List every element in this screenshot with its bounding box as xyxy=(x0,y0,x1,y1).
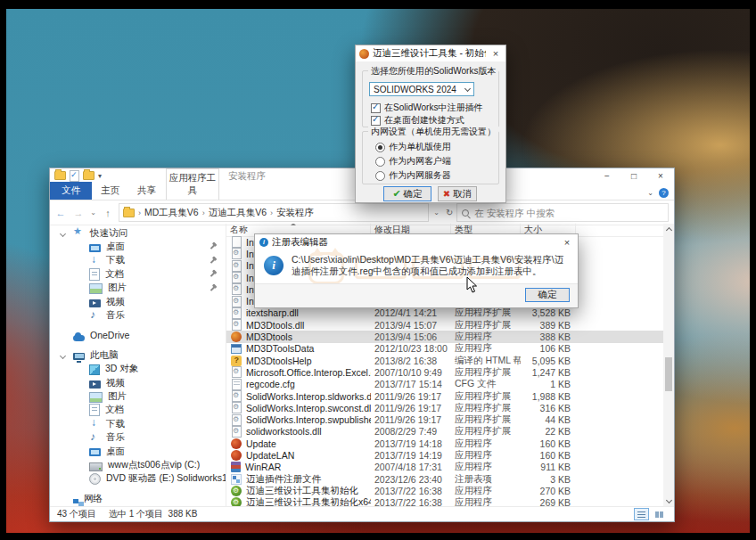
table-row[interactable]: SolidWorks.Interop.swconst.dll 2011/9/26… xyxy=(226,402,663,413)
sidebar-item[interactable]: 3D 对象 xyxy=(50,363,226,376)
desktop-shortcut-option[interactable]: 在桌面创建快捷方式 xyxy=(371,114,464,127)
table-row[interactable]: SolidWorks.Interop.swpublished.dll 2011/… xyxy=(226,413,663,425)
radio-icon[interactable] xyxy=(375,157,385,167)
breadcrumb-item[interactable]: MD工具集V6 xyxy=(144,207,199,219)
details-view-button[interactable] xyxy=(634,508,649,520)
address-bar[interactable]: › MD工具集V6 › 迈迪工具集V6 › 安装程序 xyxy=(119,203,429,222)
info-icon: i xyxy=(259,238,268,247)
table-row[interactable]: UpdateLAN 2013/7/19 14:19 应用程序 160 KB xyxy=(226,449,663,461)
qat-chevron-down-icon[interactable]: ▾ xyxy=(98,172,102,180)
table-row[interactable]: 迈迪三维设计工具集初始化 2013/7/22 16:38 应用程序 270 KB xyxy=(226,485,663,496)
up-button[interactable]: ↑ xyxy=(101,208,115,218)
file-name: SolidWorks.Interop.swconst.dll xyxy=(246,403,371,413)
radio-icon[interactable] xyxy=(375,171,385,181)
file-icon xyxy=(232,236,242,248)
maximize-button[interactable]: □ xyxy=(620,168,647,183)
sidebar-item[interactable]: 此电脑 xyxy=(50,348,226,362)
sidebar-item[interactable]: 音乐 xyxy=(50,430,226,444)
sidebar-item[interactable]: 文档 xyxy=(50,404,226,417)
registry-ok-button[interactable]: 确定 xyxy=(525,288,570,302)
table-row[interactable]: WinRAR 2007/4/18 17:31 应用程序 911 KB xyxy=(226,462,663,473)
breadcrumb-item[interactable]: 迈迪工具集V6 xyxy=(209,207,267,219)
solidworks-version-select[interactable]: SOLIDWORKS 2024 xyxy=(369,82,474,96)
table-row[interactable]: SolidWorks.Interop.sldworks.dll 2011/9/2… xyxy=(226,390,663,402)
registry-dialog-titlebar[interactable]: i 注册表编辑器 × xyxy=(255,234,578,250)
sidebar-item[interactable]: www点ts006点vip (C:) xyxy=(50,458,226,471)
init-ok-button[interactable]: ✔ 确定 xyxy=(383,186,431,201)
table-row[interactable]: itextsharp.dll 2012/4/1 14:21 应用程序扩展 3,5… xyxy=(226,307,663,319)
file-size: 316 KB xyxy=(521,403,576,413)
sidebar-item[interactable]: 音乐 xyxy=(50,308,226,322)
sidebar-item[interactable]: DVD 驱动器 (E:) Solidworks1 xyxy=(50,472,226,486)
vertical-scrollbar[interactable] xyxy=(663,224,674,507)
table-row[interactable]: 迈迪插件注册文件 2023/12/6 23:40 注册表项 3 KB xyxy=(226,473,663,485)
tab-home[interactable]: 主页 xyxy=(92,183,128,200)
init-dialog-close-icon[interactable]: × xyxy=(489,48,502,59)
help-icon[interactable]: ? xyxy=(659,188,669,198)
table-row[interactable]: MD3Dtools.dll 2013/9/4 15:07 应用程序扩展 389 … xyxy=(226,319,663,331)
thumbnails-view-button[interactable] xyxy=(652,508,667,520)
sidebar-item[interactable]: 快速访问 xyxy=(50,226,226,240)
registry-dialog-footer: 确定 xyxy=(255,283,578,307)
sidebar-item[interactable]: 图片 xyxy=(50,389,226,403)
tab-application-tools[interactable]: 应用程序工具 xyxy=(166,168,219,200)
sidebar-item[interactable]: 视频 xyxy=(50,295,226,308)
search-input[interactable] xyxy=(472,207,663,219)
scroll-up-icon[interactable] xyxy=(663,224,674,234)
table-row[interactable]: MD3DtoolsHelp 2013/8/2 16:38 编译的 HTML 帮.… xyxy=(226,355,663,366)
sidebar-item[interactable]: 网络 xyxy=(50,492,226,505)
file-date: 2007/4/18 17:31 xyxy=(371,462,451,472)
tab-file[interactable]: 文件 xyxy=(50,182,92,200)
chevron-down-icon[interactable] xyxy=(60,231,66,237)
breadcrumb-item[interactable]: 安装程序 xyxy=(276,207,314,219)
file-size: 106 KB xyxy=(521,343,576,354)
back-button[interactable]: ← xyxy=(53,208,68,218)
sidebar-item[interactable]: 下载 xyxy=(50,254,226,267)
status-bar: 43 个项目 选中 1 个项目 388 KB xyxy=(50,506,674,521)
new-folder-icon[interactable] xyxy=(83,171,94,180)
checkbox-checked-icon[interactable] xyxy=(371,116,381,126)
minimize-button[interactable]: − xyxy=(594,168,620,183)
ribbon-collapse-icon[interactable]: ⌄ xyxy=(647,189,653,197)
sidebar-item[interactable]: 桌面 xyxy=(50,445,226,458)
file-type: 应用程序 xyxy=(451,461,521,473)
table-row[interactable]: solidworkstools.dll 2008/2/29 7:49 应用程序扩… xyxy=(226,426,663,438)
sidebar-item[interactable]: 视频 xyxy=(50,376,226,389)
recent-locations-chevron-icon[interactable]: ⌄ xyxy=(89,209,97,217)
standalone-option[interactable]: 作为单机版使用 xyxy=(375,141,451,153)
sidebar-item-icon xyxy=(89,448,101,456)
sidebar-item[interactable]: 下载 xyxy=(50,417,226,430)
address-dropdown-icon[interactable]: ⌄ xyxy=(432,209,440,217)
table-row[interactable]: MD3DToolsData 2012/10/23 18:00 应用程序 106 … xyxy=(226,343,663,355)
registry-dialog-close-icon[interactable]: × xyxy=(561,237,573,248)
table-row[interactable]: regcode.cfg 2013/7/17 15:14 CFG 文件 1 KB xyxy=(226,379,663,390)
sidebar-item[interactable]: 桌面 xyxy=(50,240,226,253)
scrollbar-thumb[interactable] xyxy=(665,357,672,391)
table-row[interactable]: Update 2013/7/19 14:18 应用程序 160 KB xyxy=(226,438,663,449)
checkbox-checked-icon[interactable] xyxy=(371,103,381,113)
radio-selected-icon[interactable] xyxy=(375,143,385,152)
forward-button[interactable]: → xyxy=(71,208,86,218)
register-plugin-option[interactable]: 在SolidWorks中注册插件 xyxy=(371,102,482,114)
intranet-server-option[interactable]: 作为内网服务器 xyxy=(375,169,451,182)
chevron-down-icon[interactable] xyxy=(60,353,66,359)
intranet-client-option[interactable]: 作为内网客户端 xyxy=(375,155,451,168)
init-dialog-titlebar[interactable]: 迈迪三维设计工具集 - 初始化 × xyxy=(356,45,505,61)
sidebar-item[interactable]: OneDrive xyxy=(50,329,226,342)
navigation-pane: 快速访问 桌面 下载 文档 xyxy=(50,224,226,507)
properties-icon[interactable] xyxy=(70,170,79,182)
sidebar-item-icon xyxy=(73,335,85,341)
table-row[interactable]: Microsoft.Office.Interop.Excel.dll 2007/… xyxy=(226,366,663,378)
sidebar-item[interactable]: 文档 xyxy=(50,267,226,281)
search-box[interactable] xyxy=(456,203,669,222)
close-button[interactable]: × xyxy=(647,168,674,183)
sidebar-item[interactable]: 图片 xyxy=(50,282,226,295)
file-type: 应用程序扩展 xyxy=(451,413,521,426)
init-cancel-button[interactable]: ✖ 取消 xyxy=(438,186,477,201)
file-type: CFG 文件 xyxy=(451,378,521,390)
file-size: 160 KB xyxy=(521,438,576,449)
table-row[interactable]: MD3Dtools 2013/9/4 15:06 应用程序 388 KB xyxy=(226,331,663,342)
refresh-icon[interactable]: ↻ xyxy=(446,208,453,217)
scrollbar-track[interactable] xyxy=(663,234,674,496)
tab-share[interactable]: 共享 xyxy=(128,183,165,200)
